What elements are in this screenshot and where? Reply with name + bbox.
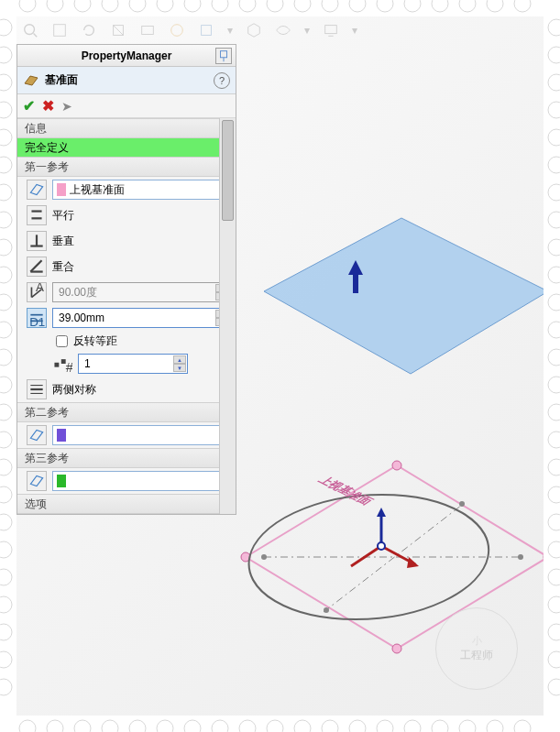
zoom-fit-icon[interactable] xyxy=(22,22,38,38)
monitor-icon[interactable] xyxy=(323,22,339,38)
view-cube-icon[interactable] xyxy=(246,22,262,38)
offset-distance-button[interactable]: D1 xyxy=(27,308,47,328)
svg-point-60 xyxy=(239,0,256,12)
svg-point-135 xyxy=(548,569,560,585)
svg-point-77 xyxy=(184,720,201,732)
svg-point-107 xyxy=(0,486,12,503)
second-reference-field[interactable] xyxy=(52,425,230,445)
pushpin-button[interactable]: ➤ xyxy=(61,99,72,114)
svg-point-90 xyxy=(0,19,12,36)
svg-point-73 xyxy=(74,720,91,732)
plane-label-3d: 上视基准面 xyxy=(315,474,376,508)
svg-point-21 xyxy=(518,554,523,560)
first-reference-field[interactable]: 上视基准面 xyxy=(52,180,230,200)
help-icon[interactable]: ? xyxy=(214,72,230,89)
svg-point-61 xyxy=(267,0,283,12)
instances-icon: # xyxy=(52,354,72,374)
parallel-label: 平行 xyxy=(52,208,74,224)
svg-rect-5 xyxy=(142,27,154,35)
svg-point-19 xyxy=(236,495,501,619)
svg-point-88 xyxy=(487,720,503,732)
pin-panel-button[interactable] xyxy=(215,48,232,64)
section-options[interactable]: 选项˅ xyxy=(17,494,236,514)
svg-point-80 xyxy=(267,720,283,732)
view-toolbar: ▾ ▾ ▾ xyxy=(16,16,363,44)
svg-line-1 xyxy=(34,34,38,38)
svg-point-111 xyxy=(0,596,12,613)
scrollbar-thumb[interactable] xyxy=(222,120,234,221)
panel-header: PropertyManager xyxy=(17,45,236,67)
svg-point-62 xyxy=(294,0,311,12)
svg-point-105 xyxy=(0,432,12,448)
section-icon[interactable] xyxy=(110,22,126,38)
property-manager-panel: PropertyManager 基准面 ? ✔ ✖ ➤ 信息˄ 完全定义 第一参… xyxy=(16,44,236,515)
svg-point-109 xyxy=(0,541,12,558)
svg-marker-10 xyxy=(264,218,544,374)
svg-point-133 xyxy=(548,514,560,530)
spinner-down[interactable]: ▼ xyxy=(173,364,186,372)
svg-point-122 xyxy=(548,212,560,228)
coincident-constraint-button[interactable] xyxy=(27,257,47,277)
offset-plane-preview xyxy=(236,181,544,420)
svg-line-28 xyxy=(351,546,381,566)
action-row: ✔ ✖ ➤ xyxy=(17,94,236,118)
display-icon[interactable] xyxy=(139,22,156,38)
scene-icon[interactable] xyxy=(198,22,214,38)
svg-marker-51 xyxy=(30,475,42,486)
reference-selector-icon[interactable] xyxy=(27,471,47,491)
svg-rect-7 xyxy=(202,26,212,36)
offset-distance-input[interactable]: 39.00mm ▲▼ xyxy=(52,308,230,328)
hide-show-icon[interactable] xyxy=(275,22,291,38)
svg-point-130 xyxy=(548,432,560,448)
svg-point-76 xyxy=(157,720,173,732)
svg-point-126 xyxy=(548,322,560,338)
rotate-icon[interactable] xyxy=(81,22,97,38)
angle-constraint-button[interactable]: A xyxy=(27,282,47,302)
svg-point-91 xyxy=(0,47,12,63)
reference-selector-icon[interactable] xyxy=(27,180,47,200)
instances-input[interactable]: 1 ▲▼ xyxy=(78,354,188,374)
flip-offset-label: 反转等距 xyxy=(73,333,117,349)
svg-point-65 xyxy=(377,0,393,12)
section-info[interactable]: 信息˄ xyxy=(17,118,236,138)
svg-marker-11 xyxy=(348,260,363,275)
svg-point-86 xyxy=(432,720,448,732)
appearance-icon[interactable] xyxy=(169,22,185,38)
svg-point-115 xyxy=(548,19,560,36)
svg-marker-50 xyxy=(30,430,42,440)
ok-button[interactable]: ✔ xyxy=(23,97,35,115)
spinner-up[interactable]: ▲ xyxy=(173,355,186,364)
coincident-label: 重合 xyxy=(52,259,74,275)
svg-point-125 xyxy=(548,294,560,311)
parallel-constraint-button[interactable] xyxy=(27,205,47,225)
selection-color-swatch xyxy=(57,475,66,487)
svg-point-70 xyxy=(514,0,531,12)
svg-point-74 xyxy=(102,720,118,732)
third-reference-field[interactable] xyxy=(52,471,230,491)
reference-selector-icon[interactable] xyxy=(27,425,47,445)
cancel-button[interactable]: ✖ xyxy=(42,97,54,115)
svg-marker-25 xyxy=(377,508,386,517)
svg-marker-27 xyxy=(407,557,419,568)
svg-point-108 xyxy=(0,514,12,530)
perpendicular-constraint-button[interactable] xyxy=(27,231,47,251)
svg-line-26 xyxy=(381,546,415,564)
svg-point-102 xyxy=(0,349,12,366)
symmetric-label: 两侧对称 xyxy=(52,382,96,398)
svg-point-112 xyxy=(0,624,12,640)
zoom-area-icon[interactable] xyxy=(51,22,68,38)
svg-point-13 xyxy=(241,552,250,562)
svg-point-66 xyxy=(404,0,421,12)
section-third-reference[interactable]: 第三参考˄ xyxy=(17,448,236,468)
svg-point-29 xyxy=(378,542,385,550)
svg-point-64 xyxy=(349,0,366,12)
section-first-reference[interactable]: 第一参考˄ xyxy=(17,157,236,177)
mid-plane-button[interactable] xyxy=(27,379,47,399)
angle-input[interactable]: 90.00度 ▲▼ xyxy=(52,282,230,302)
flip-offset-checkbox[interactable] xyxy=(56,335,68,347)
svg-point-131 xyxy=(548,459,560,475)
section-second-reference[interactable]: 第二参考˄ xyxy=(17,402,236,422)
svg-point-83 xyxy=(349,720,366,732)
svg-point-56 xyxy=(129,0,146,12)
panel-scrollbar[interactable] xyxy=(219,118,236,514)
